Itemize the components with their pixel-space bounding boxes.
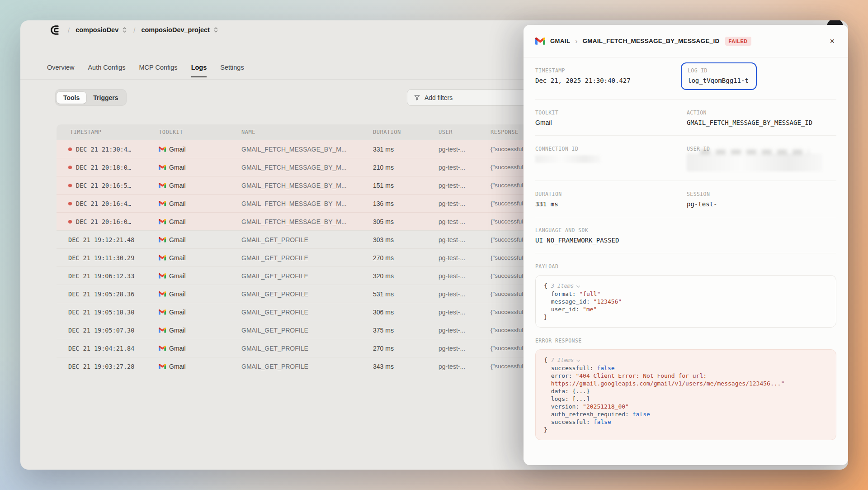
gmail-icon [159,327,166,334]
field-label: TOOLKIT [535,109,687,116]
cell-toolkit: Gmail [159,200,241,207]
failed-status-dot [68,166,72,169]
cell-name: GMAIL_GET_PROFILE [241,290,373,298]
items-count-toggle[interactable]: 3 Items [551,283,580,289]
cell-duration: 375 ms [373,327,439,334]
json-line: https://gmail.googleapis.com/gmail/v1/us… [544,380,828,387]
tab-overview[interactable]: Overview [47,64,74,77]
gmail-icon [159,272,166,280]
table-row[interactable]: DEC 21 19:05:18.30 Gmail GMAIL_GET_PROFI… [57,303,554,321]
table-row[interactable]: DEC 21 19:12:21.48 Gmail GMAIL_GET_PROFI… [57,230,554,248]
field-label: DURATION [535,191,687,197]
chevron-right-icon: › [575,37,577,45]
failed-status-dot [68,184,72,187]
table-row[interactable]: DEC 21 19:05:07.30 Gmail GMAIL_GET_PROFI… [57,321,554,339]
cell-timestamp: DEC 21 19:04:21.84 [57,345,159,352]
cell-user: pg-test-... [439,290,491,298]
gmail-icon [159,218,166,225]
cell-toolkit: Gmail [159,309,241,316]
breadcrumb-org[interactable]: composioDev [75,26,127,33]
field-log-id[interactable]: LOG IDlog_tVqomBgg11-t [687,67,836,90]
logs-table: TIMESTAMPTOOLKITNAMEDURATIONUSERRESPONSE… [57,124,554,375]
chevron-updown-icon [122,27,127,33]
panel-body: TIMESTAMPDec 21, 2025 21:30:40.427 LOG I… [524,57,848,440]
cell-timestamp: DEC 21 19:12:21.48 [57,236,159,243]
error-json-viewer: { 7 Items successfull: false error: "404… [535,349,836,440]
tab-settings[interactable]: Settings [220,64,244,77]
composio-logo-icon[interactable] [50,24,62,36]
cell-duration: 306 ms [373,309,439,316]
table-row[interactable]: DEC 21 19:04:21.84 Gmail GMAIL_GET_PROFI… [57,339,554,357]
field-value: UI NO_FRAMEWORK_PASSED [535,237,687,244]
field-row: CONNECTION ID USER ID [535,136,836,181]
cell-duration: 531 ms [373,290,439,298]
gmail-icon [159,290,166,298]
field-row: TOOLKITGmail ACTIONGMAIL_FETCH_MESSAGE_B… [535,100,836,136]
cell-timestamp: DEC 21 19:05:18.30 [57,309,159,316]
table-row[interactable]: DEC 21 19:11:30.29 Gmail GMAIL_GET_PROFI… [57,248,554,266]
table-row[interactable]: DEC 21 19:05:28.36 Gmail GMAIL_GET_PROFI… [57,285,554,303]
panel-toolkit-label: GMAIL [550,38,570,44]
cell-user: pg-test-... [439,164,491,171]
field-action: ACTIONGMAIL_FETCH_MESSAGE_BY_MESSAGE_ID [687,109,836,126]
cell-duration: 136 ms [373,200,439,207]
gmail-icon [535,36,545,46]
cell-duration: 303 ms [373,236,439,243]
json-line: logs: [...] [544,395,828,403]
json-line: error: "404 Client Error: Not Found for … [544,372,828,380]
cell-name: GMAIL_FETCH_MESSAGE_BY_M... [241,182,373,189]
field-label: LOG ID [688,67,749,74]
segment-tools[interactable]: Tools [57,92,86,104]
table-row[interactable]: DEC 21 19:06:12.33 Gmail GMAIL_GET_PROFI… [57,266,554,285]
column-header-duration: DURATION [373,129,439,135]
highlighted-log-id-box[interactable]: LOG IDlog_tVqomBgg11-t [681,62,757,90]
cell-toolkit: Gmail [159,254,241,262]
tab-auth-configs[interactable]: Auth Configs [88,64,125,77]
field-toolkit: TOOLKITGmail [535,109,687,126]
cell-duration: 151 ms [373,182,439,189]
org-name: composioDev [75,26,118,33]
cell-user: pg-test-... [439,363,491,370]
close-icon[interactable]: × [830,37,835,45]
log-detail-panel: GMAIL › GMAIL_FETCH_MESSAGE_BY_MESSAGE_I… [524,25,848,465]
table-row[interactable]: DEC 21 20:16:0… Gmail GMAIL_FETCH_MESSAG… [57,212,554,230]
table-row[interactable]: DEC 21 20:16:4… Gmail GMAIL_FETCH_MESSAG… [57,194,554,212]
field-value: log_tVqomBgg11-t [688,77,749,84]
json-line: } [544,426,828,433]
cell-user: pg-test-... [439,200,491,207]
json-line: message_id: "123456" [544,298,828,305]
segment-triggers[interactable]: Triggers [86,92,125,104]
cell-timestamp: DEC 21 19:05:28.36 [57,290,159,298]
cell-user: pg-test-... [439,236,491,243]
tab-mcp-configs[interactable]: MCP Configs [139,64,177,77]
cell-user: pg-test-... [439,182,491,189]
cell-toolkit: Gmail [159,363,241,370]
json-line: successful: false [544,418,828,426]
error-response-label: ERROR RESPONSE [535,338,836,344]
payload-label: PAYLOAD [535,263,836,270]
table-row[interactable]: DEC 21 20:18:0… Gmail GMAIL_FETCH_MESSAG… [57,158,554,176]
breadcrumb-project[interactable]: composioDev_project [141,26,219,33]
column-header-name: NAME [241,129,373,135]
items-count-toggle[interactable]: 7 Items [551,357,580,363]
cell-user: pg-test-... [439,272,491,280]
table-row[interactable]: DEC 21 21:30:4… Gmail GMAIL_FETCH_MESSAG… [57,140,554,158]
field-language-and-sdk: LANGUAGE AND SDKUI NO_FRAMEWORK_PASSED [535,227,687,244]
cell-toolkit: Gmail [159,218,241,225]
field-grid: TIMESTAMPDec 21, 2025 21:30:40.427 LOG I… [535,57,836,253]
tools-triggers-toggle: ToolsTriggers [55,89,127,106]
field-label: TIMESTAMP [535,67,687,74]
cell-toolkit: Gmail [159,236,241,243]
gmail-icon [159,146,166,153]
table-row[interactable]: DEC 21 20:16:5… Gmail GMAIL_FETCH_MESSAG… [57,176,554,194]
table-row[interactable]: DEC 21 19:03:27.28 Gmail GMAIL_GET_PROFI… [57,357,554,375]
field-label: CONNECTION ID [535,146,687,152]
cell-user: pg-test-... [439,327,491,334]
cell-name: GMAIL_FETCH_MESSAGE_BY_M... [241,200,373,207]
cell-user: pg-test-... [439,218,491,225]
cell-duration: 270 ms [373,345,439,352]
tab-logs[interactable]: Logs [191,64,207,77]
cell-duration: 270 ms [373,254,439,262]
cell-timestamp: DEC 21 21:30:4… [57,146,159,153]
cell-user: pg-test-... [439,254,491,262]
